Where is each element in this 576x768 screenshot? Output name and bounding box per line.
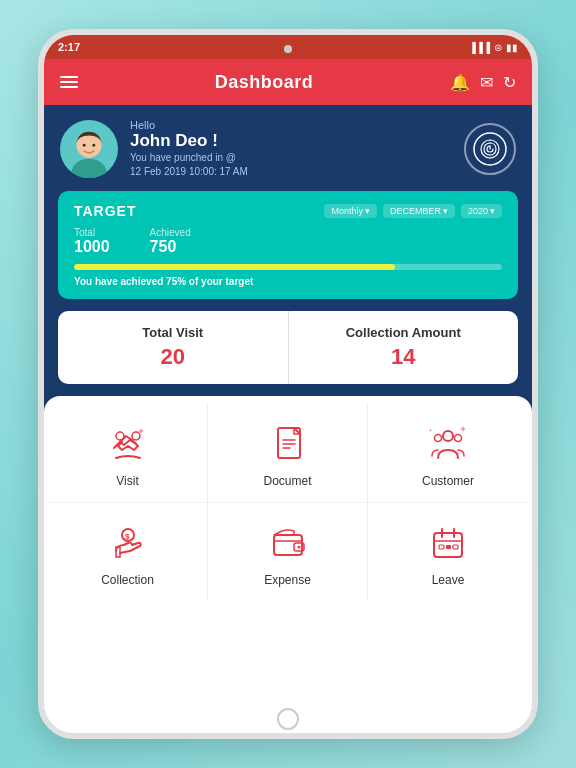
user-section: Hello John Deo ! You have punched in @ 1… — [44, 105, 532, 191]
target-label: TARGET — [74, 203, 137, 219]
svg-point-3 — [92, 144, 95, 147]
collection-amount-card: Collection Amount 14 — [289, 311, 519, 384]
grid-item-visit[interactable]: Visit — [48, 404, 208, 503]
total-visit-label: Total Visit — [68, 325, 278, 340]
signal-icon: ▐▐▐ — [469, 42, 490, 53]
target-message: You have achieved 75% of your target — [74, 276, 502, 287]
achieved-label: Achieved — [150, 227, 191, 238]
svg-rect-23 — [439, 545, 444, 549]
visit-icon — [106, 422, 150, 466]
total-stat: Total 1000 — [74, 227, 110, 256]
main-content: Hello John Deo ! You have punched in @ 1… — [44, 105, 532, 705]
menu-grid: Visit Doc — [48, 404, 528, 601]
fingerprint-button[interactable] — [464, 123, 516, 175]
visit-label: Visit — [116, 474, 138, 488]
svg-point-12 — [443, 431, 453, 441]
punch-time: 12 Feb 2019 10:00: 17 AM — [130, 165, 248, 179]
avatar — [60, 120, 118, 178]
grid-item-collection[interactable]: $ Collection — [48, 503, 208, 601]
target-card: TARGET Monthly ▾ DECEMBER ▾ 2020 ▾ — [58, 191, 518, 299]
wifi-icon: ⊜ — [494, 42, 502, 53]
total-label: Total — [74, 227, 110, 238]
achieved-stat: Achieved 750 — [150, 227, 191, 256]
total-visit-card: Total Visit 20 — [58, 311, 289, 384]
progress-bar — [74, 264, 502, 270]
menu-button[interactable] — [60, 76, 78, 88]
greeting-text: Hello — [130, 119, 248, 131]
status-bar: 2:17 ▐▐▐ ⊜ ▮▮ — [44, 35, 532, 59]
svg-point-14 — [455, 435, 462, 442]
svg-rect-8 — [278, 428, 300, 458]
user-details: Hello John Deo ! You have punched in @ 1… — [130, 119, 248, 179]
bottom-bar — [44, 705, 532, 733]
total-visit-value: 20 — [68, 344, 278, 370]
svg-text:$: $ — [125, 532, 130, 541]
target-stats: Total 1000 Achieved 750 — [74, 227, 502, 256]
grid-item-customer[interactable]: Customer — [368, 404, 528, 503]
grid-section: Visit Doc — [44, 396, 532, 705]
documet-icon — [266, 422, 310, 466]
user-name: John Deo ! — [130, 131, 248, 151]
tablet-frame: 2:17 ▐▐▐ ⊜ ▮▮ Dashboard 🔔 ✉ ↻ — [38, 29, 538, 739]
grid-item-expense[interactable]: Expense — [208, 503, 368, 601]
collection-amount-label: Collection Amount — [299, 325, 509, 340]
customer-label: Customer — [422, 474, 474, 488]
grid-item-documet[interactable]: Documet — [208, 404, 368, 503]
target-filters: Monthly ▾ DECEMBER ▾ 2020 ▾ — [324, 204, 502, 218]
status-time: 2:17 — [58, 41, 80, 53]
total-value: 1000 — [74, 238, 110, 256]
grid-item-leave[interactable]: Leave — [368, 503, 528, 601]
achieved-value: 750 — [150, 238, 191, 256]
refresh-icon[interactable]: ↻ — [503, 73, 516, 92]
header-actions: 🔔 ✉ ↻ — [450, 73, 516, 92]
target-header: TARGET Monthly ▾ DECEMBER ▾ 2020 ▾ — [74, 203, 502, 219]
year-filter[interactable]: 2020 ▾ — [461, 204, 502, 218]
expense-label: Expense — [264, 573, 311, 587]
documet-label: Documet — [263, 474, 311, 488]
status-icons: ▐▐▐ ⊜ ▮▮ — [469, 42, 518, 53]
expense-icon — [266, 521, 310, 565]
progress-fill — [74, 264, 395, 270]
leave-icon — [426, 521, 470, 565]
app-header: Dashboard 🔔 ✉ ↻ — [44, 59, 532, 105]
svg-rect-17 — [274, 535, 302, 555]
collection-amount-value: 14 — [299, 344, 509, 370]
user-info-left: Hello John Deo ! You have punched in @ 1… — [60, 119, 248, 179]
svg-rect-25 — [453, 545, 458, 549]
monthly-filter[interactable]: Monthly ▾ — [324, 204, 377, 218]
customer-icon — [426, 422, 470, 466]
mail-icon[interactable]: ✉ — [480, 73, 493, 92]
svg-rect-24 — [446, 545, 451, 549]
svg-point-2 — [83, 144, 86, 147]
home-button[interactable] — [277, 708, 299, 730]
stats-row: Total Visit 20 Collection Amount 14 — [58, 311, 518, 384]
svg-point-19 — [297, 546, 300, 549]
punch-label: You have punched in @ — [130, 151, 248, 165]
leave-label: Leave — [432, 573, 465, 587]
svg-point-6 — [116, 432, 124, 440]
page-title: Dashboard — [215, 72, 314, 93]
svg-point-7 — [132, 432, 140, 440]
bell-icon[interactable]: 🔔 — [450, 73, 470, 92]
battery-icon: ▮▮ — [506, 42, 518, 53]
collection-icon: $ — [106, 521, 150, 565]
month-filter[interactable]: DECEMBER ▾ — [383, 204, 455, 218]
collection-label: Collection — [101, 573, 154, 587]
svg-point-13 — [435, 435, 442, 442]
